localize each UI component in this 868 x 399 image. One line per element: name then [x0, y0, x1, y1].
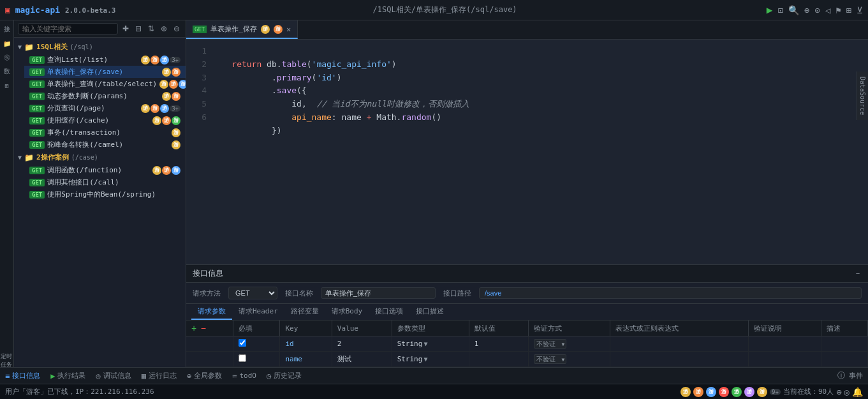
status-item-debug[interactable]: ◎ 调试信息	[96, 371, 131, 380]
app-logo: ▣ magic-api 2.0.0-beta.3	[5, 5, 115, 15]
footer-avatar-1: 游	[680, 387, 691, 397]
tree-group-sql[interactable]: ▼ 📁 1SQL相关 (/sql)	[14, 40, 186, 54]
name-input[interactable]	[321, 287, 436, 299]
tab-close[interactable]: ✕	[286, 25, 291, 34]
status-bar: ≡ 接口信息 ▶ 执行结果 ◎ 调试信息 ▦ 运行日志 ⊕ 全局参数 ≔ tod…	[0, 367, 868, 384]
toolbar-add[interactable]: ✚	[121, 24, 131, 34]
save-icon[interactable]: ⊡	[777, 5, 783, 15]
param-table: + − 必填 Key Value 参数类型 默认值 验证方式 表达式或正则表达式…	[186, 320, 868, 367]
status-item-todo[interactable]: ≔ todO	[232, 372, 256, 380]
tree-group-case[interactable]: ▼ 📁 2操作案例 (/case)	[14, 151, 186, 164]
col-header-type: 参数类型	[392, 320, 469, 336]
validate-select-2[interactable]: 不验证	[534, 354, 566, 364]
param-tab-request[interactable]: 请求参数	[191, 304, 232, 320]
add-icon[interactable]: ⊕	[804, 5, 809, 15]
footer-settings-icon[interactable]: ◎	[844, 387, 850, 397]
param-tab-path[interactable]: 路径变量	[284, 304, 325, 320]
value-cell-2[interactable]: 测试	[332, 352, 392, 367]
del-row-button[interactable]: −	[201, 323, 206, 333]
grid-icon[interactable]: ⊞	[846, 5, 851, 15]
sidebar-icon-folder[interactable]: 📁	[1, 37, 13, 50]
path-input[interactable]	[479, 287, 862, 299]
name-label: 接口名称	[285, 289, 313, 298]
param-tab-header[interactable]: 请求Header	[232, 304, 284, 320]
tree-item-list[interactable]: GET 查询List(/list) 游 游 游 3+	[24, 54, 186, 66]
editor-tab-save[interactable]: GET 单表操作_保存 游 游 ✕	[186, 20, 298, 39]
footer-github-icon[interactable]: ⊕	[836, 387, 841, 397]
desc-cell-1[interactable]	[821, 336, 867, 352]
event-label[interactable]: 事件	[849, 371, 863, 380]
footer-avatar-4: 游	[719, 387, 729, 397]
flag-icon[interactable]: ⚑	[835, 5, 841, 15]
status-item-exec-result[interactable]: ▶ 执行结果	[50, 371, 85, 380]
toolbar-add2[interactable]: ⊕	[159, 24, 169, 34]
add-row-button[interactable]: +	[191, 323, 196, 333]
param-tab-options[interactable]: 接口选项	[369, 304, 409, 320]
tree-item-call[interactable]: GET 调用其他接口(/call)	[24, 176, 186, 188]
status-item-history[interactable]: ◷ 历史记录	[267, 371, 302, 380]
tree-item-transaction[interactable]: GET 事务(/transaction) 游	[24, 126, 186, 139]
search-input[interactable]	[18, 23, 118, 34]
default-cell-2[interactable]	[469, 352, 529, 367]
sync-icon[interactable]: ⊙	[814, 5, 820, 15]
note-cell-1[interactable]	[748, 336, 821, 352]
code-content[interactable]: return db.table('magic_api_info') .prima…	[212, 40, 868, 264]
method-select[interactable]: GET POST PUT DELETE	[228, 287, 277, 299]
col-header-required: 必填	[233, 320, 280, 336]
footer-extra-count: 9+	[770, 389, 781, 395]
param-tab-body[interactable]: 请求Body	[325, 304, 369, 320]
toolbar-expand[interactable]: ⊟	[133, 24, 143, 34]
exec-result-icon: ▶	[50, 372, 55, 380]
right-panel: GET 单表操作_保存 游 游 ✕ 1 2 3 4 5 6 return db.…	[186, 20, 868, 367]
desc-cell-2[interactable]	[821, 352, 867, 367]
footer-bar: 用户「游客」已下线，IP：221.216.116.236 游 游 游 游 游 游…	[0, 384, 868, 399]
tree-item-page[interactable]: GET 分页查询(/page) 游 游 游 3+	[24, 102, 186, 114]
sidebar-icon-connect[interactable]: 接	[1, 23, 13, 36]
toolbar-minus[interactable]: ⊖	[172, 24, 182, 34]
file-tree-toolbar: ✚ ⊟ ⇅ ⊕ ⊖	[121, 24, 182, 34]
status-item-log[interactable]: ▦ 运行日志	[142, 371, 177, 380]
datasource-label[interactable]: DataSource	[857, 72, 868, 120]
validate-select-1[interactable]: 不验证	[534, 339, 566, 349]
interface-info-header: 接口信息 －	[186, 265, 868, 283]
search-icon[interactable]: 🔍	[788, 5, 799, 15]
sidebar-icon-timer[interactable]: 定时任务	[1, 354, 13, 367]
footer-user-text: 用户「游客」已下线，IP：221.216.116.236	[5, 387, 154, 396]
required-checkbox-1[interactable]	[239, 339, 246, 347]
required-checkbox-2[interactable]	[239, 354, 246, 362]
log-label: 运行日志	[149, 371, 177, 380]
toolbar-sort[interactable]: ⇅	[146, 24, 156, 34]
tree-item-function[interactable]: GET 调用函数(/function) 游 游 游	[24, 164, 186, 176]
value-cell-1[interactable]: 2	[332, 336, 392, 352]
tree-item-table-select[interactable]: GET 单表操作_查询(/table/select) 游 游 游 3+	[24, 78, 186, 90]
footer-avatar-5: 游	[732, 387, 742, 397]
undo-icon[interactable]: ◁	[825, 5, 830, 15]
bottom-panel: 接口信息 － 请求方法 GET POST PUT DELETE 接口名称 接口路…	[186, 264, 868, 367]
key-cell-2[interactable]: name	[280, 352, 332, 367]
sidebar-icon-box[interactable]: ⊞	[1, 79, 13, 92]
key-cell-1[interactable]: id	[280, 336, 332, 352]
default-cell-1[interactable]: 1	[469, 336, 529, 352]
global-icon[interactable]: ⊻	[857, 5, 863, 15]
interface-form: 请求方法 GET POST PUT DELETE 接口名称 接口路径	[186, 283, 868, 304]
tree-item-params[interactable]: GET 动态参数判断(/params) 游 游	[24, 90, 186, 102]
status-item-global[interactable]: ⊕ 全局参数	[187, 371, 222, 380]
sidebar-icon-number[interactable]: 数	[1, 65, 13, 78]
sidebar-icon-db[interactable]: ㊗	[1, 51, 13, 64]
expression-cell-2[interactable]	[610, 352, 748, 367]
run-icon[interactable]: ▶	[767, 4, 773, 16]
tree-item-spring[interactable]: GET 使用Spring中的Bean(/spring)	[24, 188, 186, 200]
footer-bell-icon[interactable]: 🔔	[852, 387, 863, 397]
collapse-button[interactable]: －	[854, 268, 862, 279]
tree-item-save[interactable]: GET 单表操作_保存(/save) 游 游	[24, 66, 186, 78]
note-cell-2[interactable]	[748, 352, 821, 367]
path-label: 接口路径	[443, 289, 471, 298]
todo-label: todO	[239, 372, 256, 380]
status-bar-left: ≡ 接口信息 ▶ 执行结果 ◎ 调试信息 ▦ 运行日志 ⊕ 全局参数 ≔ tod…	[5, 371, 302, 380]
status-item-interface-info[interactable]: ≡ 接口信息	[5, 371, 40, 380]
log-icon: ▦	[142, 372, 146, 380]
tree-item-cache[interactable]: GET 使用缓存(/cache) 游 游 游	[24, 114, 186, 126]
expression-cell-1[interactable]	[610, 336, 748, 352]
param-tab-desc[interactable]: 接口描述	[409, 304, 450, 320]
tree-item-camel[interactable]: GET 驼峰命名转换(/camel) 游	[24, 139, 186, 151]
